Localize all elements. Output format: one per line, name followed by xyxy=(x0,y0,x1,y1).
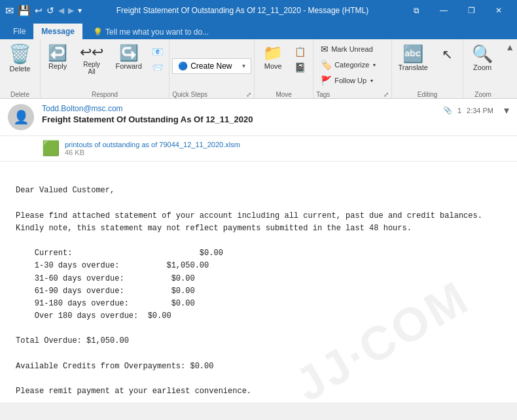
title-bar: ✉ 💾 ↩ ↺ ◀ ▶ ▾ Freight Statement Of Outst… xyxy=(0,0,517,21)
restore-button[interactable]: ❐ xyxy=(458,0,484,21)
minimize-button[interactable]: — xyxy=(431,0,457,21)
email-body: Dear Valued Customer, Please find attach… xyxy=(0,162,517,402)
envelope-small-icon: 📧 xyxy=(152,46,163,57)
close-button[interactable]: ✕ xyxy=(486,0,512,21)
reply-icon: ↩️ xyxy=(48,45,67,61)
rules-icon: 📋 xyxy=(294,46,306,57)
delete-group-label: Delete xyxy=(3,90,37,98)
zoom-icon: 🔍 xyxy=(472,45,493,62)
save-icon[interactable]: 💾 xyxy=(18,5,31,17)
respond-extra-btn2[interactable]: 📨 xyxy=(149,60,166,75)
categorize-button[interactable]: 🏷️ Categorize ▾ xyxy=(316,58,389,72)
categorize-icon: 🏷️ xyxy=(321,60,332,70)
zoom-group: 🔍 Zoom Zoom xyxy=(463,39,503,98)
email-meta: 👤 Todd.Bolton@msc.com Freight Statement … xyxy=(0,99,517,136)
delete-icon: 🗑️ xyxy=(9,45,31,63)
reply-button[interactable]: ↩️ Reply xyxy=(43,42,72,73)
envelope-small2-icon: 📨 xyxy=(152,62,163,73)
move-group: 📁 Move 📋 📓 Move xyxy=(255,39,313,98)
reply-all-icon: ↩↩ xyxy=(80,45,103,60)
attachment-row: 🟩 printouts of outstanding as of 79044_1… xyxy=(0,136,517,162)
respond-group-label: Respond xyxy=(43,90,166,98)
move-button[interactable]: 📁 Move xyxy=(257,42,289,73)
zoom-group-label: Zoom xyxy=(466,90,500,98)
forward-icon: ↪️ xyxy=(119,45,139,61)
email-subject: Freight Statement Of Outstanding As Of 1… xyxy=(42,114,435,124)
ribbon: 🗑️ Delete Delete ↩️ Reply ↩↩ Reply All ↪… xyxy=(0,39,517,99)
quick-steps-expand-icon[interactable]: ⤢ xyxy=(246,91,251,98)
attachment-info: printouts of outstanding as of 79044_12_… xyxy=(65,141,240,156)
follow-up-arrow-icon: ▾ xyxy=(370,78,373,84)
menu-bar: File Message 💡 Tell me what you want to … xyxy=(0,21,517,39)
menu-tab-message[interactable]: Message xyxy=(33,24,82,39)
quickstep-icon: 🔵 xyxy=(178,61,188,71)
mark-unread-icon: ✉ xyxy=(321,44,329,54)
app-icon: ✉ xyxy=(5,5,14,17)
zoom-button[interactable]: 🔍 Zoom xyxy=(466,42,499,75)
window-title: Freight Statement Of Outstanding As Of 1… xyxy=(82,6,403,15)
tags-group-label: Tags xyxy=(316,91,330,98)
onenote-icon: 📓 xyxy=(294,62,306,73)
tile-button[interactable]: ⧉ xyxy=(403,0,429,21)
tags-expand-icon[interactable]: ⤢ xyxy=(383,91,389,98)
select-button[interactable]: ↖ xyxy=(434,42,460,64)
move-group-label: Move xyxy=(257,90,310,98)
flag-icon: 🚩 xyxy=(321,75,332,86)
translate-icon: 🔤 xyxy=(402,45,423,62)
email-info: Todd.Bolton@msc.com Freight Statement Of… xyxy=(42,104,435,124)
menu-tab-file[interactable]: File xyxy=(5,24,33,39)
quick-steps-group: 🔵 Create New ▾ Quick Steps ⤢ xyxy=(169,39,255,98)
email-from[interactable]: Todd.Bolton@msc.com xyxy=(42,104,435,113)
back-icon[interactable]: ◀ xyxy=(58,6,64,15)
attachment-indicator-icon: 📎 xyxy=(443,106,452,114)
onenote-button[interactable]: 📓 xyxy=(291,60,309,75)
respond-group: ↩️ Reply ↩↩ Reply All ↪️ Forward 📧 📨 Res… xyxy=(41,39,169,98)
follow-up-button[interactable]: 🚩 Follow Up ▾ xyxy=(316,73,389,88)
rules-button[interactable]: 📋 xyxy=(291,44,309,59)
attachment-size: 46 KB xyxy=(65,149,240,156)
mark-unread-button[interactable]: ✉ Mark Unread xyxy=(316,42,389,56)
quick-steps-label: Quick Steps xyxy=(172,91,207,98)
cursor-icon: ↖ xyxy=(442,48,453,61)
attachment-name[interactable]: printouts of outstanding as of 79044_12_… xyxy=(65,141,240,149)
email-time-area: 📎 1 2:34 PM ▾ xyxy=(443,104,509,116)
delete-group: 🗑️ Delete Delete xyxy=(0,39,41,98)
move-icon: 📁 xyxy=(263,45,283,61)
redo-icon[interactable]: ↺ xyxy=(46,5,54,16)
reply-all-button[interactable]: ↩↩ Reply All xyxy=(75,42,109,79)
attachment-count: 1 xyxy=(457,107,461,114)
forward-icon[interactable]: ▶ xyxy=(68,6,74,15)
tell-me-box[interactable]: 💡 Tell me what you want to do... xyxy=(88,25,214,39)
undo-icon[interactable]: ↩ xyxy=(35,5,43,16)
translate-button[interactable]: 🔤 Translate xyxy=(395,42,431,75)
editing-group-label: Editing xyxy=(395,90,460,98)
email-expand-icon[interactable]: ▾ xyxy=(504,104,509,116)
excel-icon: 🟩 xyxy=(42,140,60,157)
editing-group: 🔤 Translate ↖ Editing xyxy=(392,39,463,98)
respond-extra-btn1[interactable]: 📧 xyxy=(149,44,166,59)
email-time: 2:34 PM xyxy=(467,107,493,114)
forward-button[interactable]: ↪️ Forward xyxy=(111,42,146,73)
quickstep-arrow-icon: ▾ xyxy=(242,62,245,69)
categorize-arrow-icon: ▾ xyxy=(373,62,376,68)
ribbon-collapse-icon[interactable]: ▲ xyxy=(505,42,514,52)
delete-button[interactable]: 🗑️ Delete xyxy=(3,42,37,76)
tags-group: ✉ Mark Unread 🏷️ Categorize ▾ 🚩 Follow U… xyxy=(313,39,392,98)
lightbulb-icon: 💡 xyxy=(93,27,103,37)
create-new-button[interactable]: 🔵 Create New ▾ xyxy=(172,58,251,74)
sender-avatar: 👤 xyxy=(8,104,34,130)
avatar-person-icon: 👤 xyxy=(13,109,29,125)
